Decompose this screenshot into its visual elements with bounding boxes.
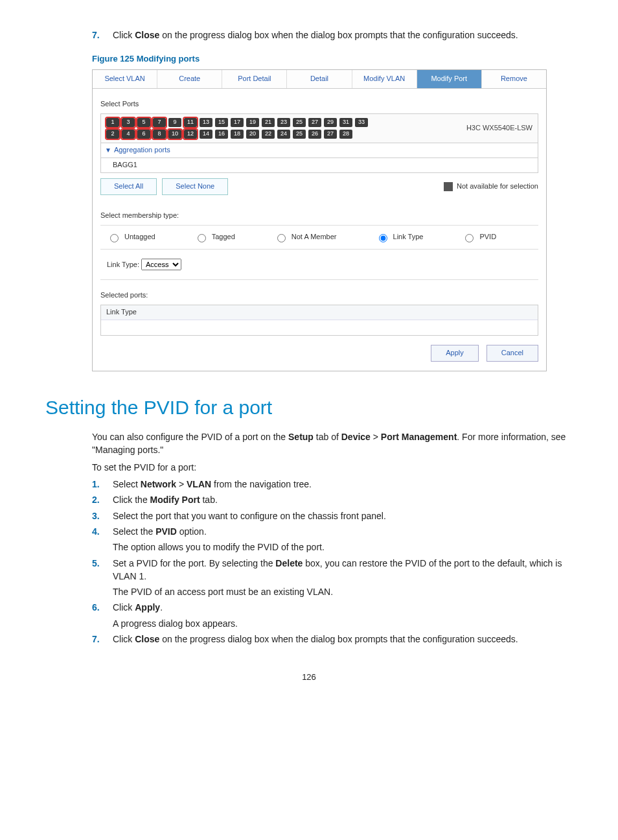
t: on the progress dialog box when the dial… (159, 634, 518, 644)
aggregation-item[interactable]: BAGG1 (100, 158, 538, 173)
port-26[interactable]: 26 (308, 130, 321, 139)
port-21[interactable]: 21 (262, 118, 275, 127)
port-14[interactable]: 14 (200, 130, 212, 139)
membership-radio-tagged[interactable]: Tagged (194, 232, 235, 242)
step-text: Select Network > VLAN from the navigatio… (113, 478, 566, 491)
page-number: 126 (52, 671, 566, 684)
port-27[interactable]: 27 (308, 118, 321, 127)
t: VLAN (187, 479, 211, 489)
radio-input[interactable] (110, 234, 119, 242)
t: . (160, 602, 163, 612)
port-8[interactable]: 8 (153, 130, 166, 139)
t: You can also configure the PVID of a por… (92, 432, 288, 442)
port-24[interactable]: 24 (277, 130, 290, 139)
chassis-panel: 13579111315171921232527293133 2468101214… (100, 113, 538, 143)
port-25[interactable]: 25 (293, 118, 306, 127)
select-all-button[interactable]: Select All (100, 178, 157, 195)
port-row-top: 13579111315171921232527293133 (106, 118, 368, 127)
membership-radio-link-type[interactable]: Link Type (376, 232, 424, 242)
port-27[interactable]: 27 (324, 130, 337, 139)
tab-modify-port[interactable]: Modify Port (417, 70, 482, 88)
step-num: 5. (92, 557, 113, 583)
port-31[interactable]: 31 (339, 118, 352, 127)
apply-button[interactable]: Apply (431, 345, 479, 362)
t: Click (113, 634, 135, 644)
t: PVID (155, 526, 177, 537)
sub-after-5: The PVID of an access port must be an ex… (113, 585, 566, 598)
step-num: 4. (92, 525, 113, 538)
port-20[interactable]: 20 (246, 130, 259, 139)
port-28[interactable]: 28 (339, 130, 352, 139)
membership-radio-pvid[interactable]: PVID (462, 232, 496, 242)
port-5[interactable]: 5 (137, 118, 150, 127)
select-none-button[interactable]: Select None (162, 178, 228, 195)
t: > (176, 479, 187, 489)
radio-input[interactable] (379, 234, 387, 242)
port-9[interactable]: 9 (168, 118, 181, 127)
port-18[interactable]: 18 (231, 130, 244, 139)
step-num: 6. (92, 601, 113, 614)
membership-radio-not-a-member[interactable]: Not A Member (274, 232, 337, 242)
link-type-row: Link Type: Access (100, 250, 538, 280)
step-6: 6. Click Apply. (92, 601, 566, 614)
cancel-button[interactable]: Cancel (486, 345, 538, 362)
step-5: 5. Set a PVID for the port. By selecting… (92, 557, 566, 583)
tab-select-vlan[interactable]: Select VLAN (93, 70, 157, 88)
radio-label: Untagged (124, 232, 155, 242)
port-4[interactable]: 4 (122, 130, 135, 139)
t: Close (135, 30, 159, 40)
port-10[interactable]: 10 (168, 130, 181, 139)
t: Click the (113, 495, 150, 505)
legend-swatch (444, 182, 453, 191)
t: from the navigation tree. (211, 479, 312, 489)
port-1[interactable]: 1 (106, 118, 119, 127)
link-type-select[interactable]: Access (141, 259, 181, 270)
radio-input[interactable] (465, 234, 474, 242)
radio-input[interactable] (277, 234, 286, 242)
t: > (371, 432, 381, 442)
tab-remove[interactable]: Remove (482, 70, 546, 88)
tab-port-detail[interactable]: Port Detail (222, 70, 287, 88)
radio-input[interactable] (198, 234, 206, 242)
screenshot-figure: Select VLANCreatePort DetailDetailModify… (92, 69, 547, 371)
step-num: 7. (92, 29, 113, 41)
list-step: 1.Select Network > VLAN from the navigat… (92, 478, 566, 491)
step-text: Click Close on the progress dialog box w… (113, 29, 566, 41)
aggregation-ports-toggle[interactable]: Aggregation ports (100, 143, 538, 158)
port-15[interactable]: 15 (215, 118, 228, 127)
step-num: 1. (92, 478, 113, 491)
t: Select the port that you want to configu… (113, 511, 386, 521)
membership-radio-untagged[interactable]: Untagged (107, 232, 155, 242)
port-11[interactable]: 11 (184, 118, 197, 127)
radio-label: Tagged (212, 232, 235, 242)
port-2[interactable]: 2 (106, 130, 119, 139)
port-33[interactable]: 33 (355, 118, 368, 127)
steps-list: 1.Select Network > VLAN from the navigat… (52, 478, 566, 538)
port-17[interactable]: 17 (231, 118, 244, 127)
port-6[interactable]: 6 (137, 130, 150, 139)
port-23[interactable]: 23 (277, 118, 290, 127)
port-19[interactable]: 19 (246, 118, 259, 127)
port-13[interactable]: 13 (200, 118, 212, 127)
list-step: 3.Select the port that you want to confi… (92, 509, 566, 522)
t: Select (113, 479, 141, 489)
tab-create[interactable]: Create (157, 70, 222, 88)
t: option. (177, 526, 207, 537)
radio-label: Not A Member (292, 232, 337, 242)
lead-para: To set the PVID for a port: (92, 461, 566, 474)
tab-detail[interactable]: Detail (287, 70, 352, 88)
port-7[interactable]: 7 (153, 118, 166, 127)
port-29[interactable]: 29 (324, 118, 337, 127)
legend: Not available for selection (444, 181, 538, 192)
section-heading: Setting the PVID for a port (45, 393, 566, 422)
step-7-top: 7. Click Close on the progress dialog bo… (92, 29, 566, 41)
port-12[interactable]: 12 (184, 130, 197, 139)
port-25[interactable]: 25 (293, 130, 306, 139)
port-22[interactable]: 22 (262, 130, 275, 139)
tab-modify-vlan[interactable]: Modify VLAN (352, 70, 417, 88)
port-row-bottom: 2468101214161820222425262728 (106, 130, 368, 139)
port-3[interactable]: 3 (122, 118, 135, 127)
port-16[interactable]: 16 (215, 130, 228, 139)
step-num: 2. (92, 493, 113, 506)
selected-ports-head: Link Type (101, 305, 538, 320)
